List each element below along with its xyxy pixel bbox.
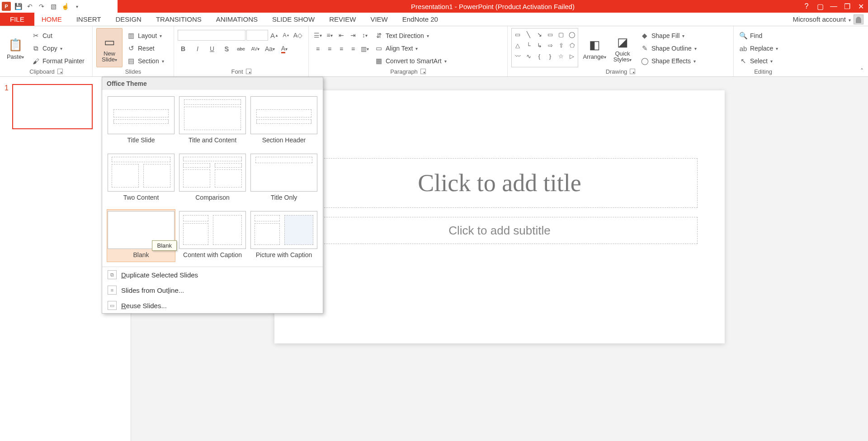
align-right-button[interactable]: ≡ [336,43,347,54]
tab-insert[interactable]: INSERT [69,13,108,26]
numbering-button[interactable]: ≡ [324,30,335,41]
underline-button[interactable]: U [207,43,217,54]
quick-styles-button[interactable]: ◪ Quick Styles [611,28,634,67]
shape-uparrow-icon[interactable]: ⇧ [556,40,566,50]
shape-pentagon-icon[interactable]: ⬠ [567,40,577,50]
shrink-font-button[interactable]: A▼ [281,30,292,41]
grow-font-button[interactable]: A▲ [269,30,280,41]
shape-roundrect-icon[interactable]: ▢ [556,29,566,39]
shape-curve-icon[interactable]: 〰 [513,51,523,61]
format-painter-button[interactable]: 🖌Format Painter [30,55,86,67]
bullets-button[interactable]: ☰ [312,30,323,41]
font-color-button[interactable]: A [279,43,290,54]
ribbon-display-options-icon[interactable]: ▢ [816,2,825,11]
tab-endnote[interactable]: EndNote 20 [395,13,445,26]
justify-button[interactable]: ≡ [348,43,359,54]
shadow-button[interactable]: S [221,43,232,54]
change-case-button[interactable]: Aa [264,43,275,54]
new-slide-button[interactable]: ▭ New Slide [96,28,123,67]
shape-line-icon[interactable]: ╲ [524,29,533,39]
shape-rightarrow-icon[interactable]: ⇨ [545,40,555,50]
shape-oval-icon[interactable]: ◯ [567,29,577,39]
italic-button[interactable]: I [192,43,203,54]
convert-smartart-button[interactable]: ▦Convert to SmartArt [373,55,448,67]
char-spacing-button[interactable]: AV [250,43,261,54]
dialog-launcher-icon[interactable] [420,69,426,74]
shape-rect-icon[interactable]: ▭ [545,29,555,39]
align-center-button[interactable]: ≡ [324,43,335,54]
slide-canvas[interactable]: Click to add title Click to add subtitle [274,90,725,343]
shape-elbow-icon[interactable]: ↳ [534,40,544,50]
align-left-button[interactable]: ≡ [312,43,323,54]
help-icon[interactable]: ? [802,2,811,11]
save-icon[interactable]: 💾 [14,2,23,11]
layout-two-content[interactable]: Two Content [107,152,175,205]
layout-title-only[interactable]: Title Only [250,152,318,205]
reuse-slides-item[interactable]: ▭ Reuse Slides... [102,298,323,313]
shape-triangle-icon[interactable]: △ [513,40,523,50]
undo-icon[interactable]: ↶ [25,2,34,11]
close-icon[interactable]: ✕ [856,2,865,11]
align-text-button[interactable]: ▭Align Text [373,42,448,54]
layout-picture-caption[interactable]: Picture with Caption [250,209,318,262]
replace-button[interactable]: abReplace [737,42,780,54]
dialog-launcher-icon[interactable] [57,69,63,74]
arrange-button[interactable]: ◧ Arrange [583,28,606,67]
slide-thumb-preview[interactable] [12,84,93,129]
title-placeholder[interactable]: Click to add title [302,158,698,208]
dialog-launcher-icon[interactable] [630,69,635,74]
shape-fill-button[interactable]: ◆Shape Fill [639,30,698,42]
shape-action-icon[interactable]: ▷ [567,51,577,61]
tab-home[interactable]: HOME [34,13,69,26]
section-button[interactable]: ▤Section [125,55,166,67]
layout-button[interactable]: ▥Layout [125,30,166,42]
tab-transitions[interactable]: TRANSITIONS [149,13,209,26]
increase-indent-button[interactable]: ⇥ [348,30,359,41]
tab-design[interactable]: DESIGN [108,13,149,26]
slides-from-outline-item[interactable]: ≡ Slides from Outline... [102,282,323,298]
decrease-indent-button[interactable]: ⇤ [336,30,347,41]
shape-effects-button[interactable]: ◯Shape Effects [639,55,698,67]
tab-slideshow[interactable]: SLIDE SHOW [265,13,322,26]
strikethrough-button[interactable]: abc [236,43,246,54]
duplicate-slides-item[interactable]: ⧉ Duplicate Selected Slides [102,267,323,282]
shape-lbrace-icon[interactable]: { [534,51,544,61]
touch-mode-icon[interactable]: ☝ [61,2,70,11]
cut-button[interactable]: ✂Cut [30,30,86,42]
dialog-launcher-icon[interactable] [246,69,251,74]
shape-star-icon[interactable]: ☆ [556,51,566,61]
shape-outline-button[interactable]: ✎Shape Outline [639,42,698,54]
font-family-input[interactable] [178,30,245,41]
font-size-input[interactable] [246,30,268,41]
restore-icon[interactable]: ❐ [843,2,852,11]
tab-file[interactable]: FILE [0,13,34,26]
copy-button[interactable]: ⧉Copy [30,42,86,54]
clear-formatting-button[interactable]: A◇ [292,30,303,41]
minimize-icon[interactable]: — [829,2,838,11]
line-spacing-button[interactable]: ↕ [359,30,370,41]
shape-textbox-icon[interactable]: ▭ [513,29,523,39]
subtitle-placeholder[interactable]: Click to add subtitle [302,217,698,244]
text-direction-button[interactable]: ⇵Text Direction [373,30,448,42]
select-button[interactable]: ↖Select [737,55,780,67]
layout-title-slide[interactable]: Title Slide [107,94,175,147]
tab-view[interactable]: VIEW [363,13,395,26]
layout-section-header[interactable]: Section Header [250,94,318,147]
tab-review[interactable]: REVIEW [322,13,363,26]
shape-lconnector-icon[interactable]: └ [524,40,533,50]
find-button[interactable]: 🔍Find [737,30,780,42]
paste-button[interactable]: 📋 Paste [4,28,27,67]
reset-button[interactable]: ↺Reset [125,42,166,54]
tab-animations[interactable]: ANIMATIONS [209,13,265,26]
redo-icon[interactable]: ↷ [37,2,46,11]
start-from-beginning-icon[interactable]: ▧ [49,2,58,11]
shapes-gallery[interactable]: ▭ ╲ ↘ ▭ ▢ ◯ △ └ ↳ ⇨ ⇧ ⬠ 〰 ∿ { } ☆ ▷ [511,28,578,67]
layout-blank[interactable]: Blank Blank [107,209,175,262]
shape-arrow-icon[interactable]: ↘ [534,29,544,39]
account-area[interactable]: Microsoft account [793,13,868,26]
columns-button[interactable]: ▥ [359,43,370,54]
collapse-ribbon-icon[interactable]: ˄ [860,67,863,75]
layout-title-content[interactable]: Title and Content [178,94,247,147]
shape-freeform-icon[interactable]: ∿ [524,51,533,61]
bold-button[interactable]: B [178,43,189,54]
